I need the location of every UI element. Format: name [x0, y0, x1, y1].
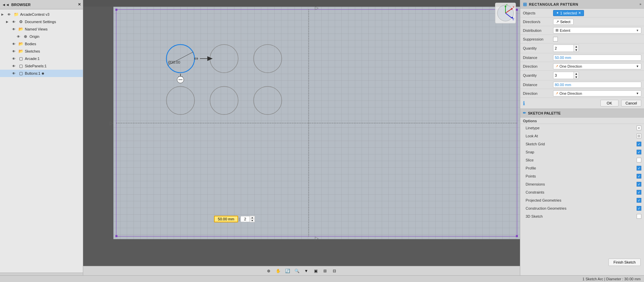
quantity2-down[interactable]: ▼ [574, 75, 579, 79]
objects-control: ✦ 1 selected ✕ [553, 10, 641, 16]
toolbar-zoom-icon[interactable]: 🔍 [293, 267, 301, 275]
folder-icon: 📂 [18, 48, 24, 54]
eye-icon[interactable]: 👁 [11, 70, 17, 76]
quantity2-control: ▲ ▼ [553, 72, 641, 79]
browser-collapse-icon[interactable]: ◄◄ [2, 3, 9, 7]
cancel-button[interactable]: Cancel [621, 100, 641, 107]
ok-button[interactable]: OK [600, 100, 619, 107]
tree-arrow [6, 72, 11, 75]
palette-checkbox-6[interactable]: ✓ [637, 174, 641, 179]
selected-button[interactable]: ✦ 1 selected ✕ [553, 10, 584, 16]
eye-icon[interactable]: 👁 [11, 48, 17, 54]
palette-checkbox-8[interactable]: ✓ [637, 190, 641, 195]
component-icon: ▢ [18, 56, 24, 62]
distance2-input[interactable] [553, 82, 641, 88]
quantity1-up[interactable]: ▲ [574, 45, 579, 48]
suppression-control [553, 37, 641, 42]
directions-label: Direction/s [523, 20, 553, 24]
tree-item-sketches[interactable]: 👁 📂 Sketches [0, 48, 83, 55]
visibility-icon[interactable]: ◉ [42, 72, 44, 75]
folder-icon: 📂 [18, 41, 24, 47]
info-icon[interactable]: ℹ [523, 100, 525, 107]
distribution-dropdown[interactable]: ⊞ Extent ▼ [553, 27, 641, 33]
tree-item-origin[interactable]: 👁 ⊕ Origin [0, 33, 83, 40]
toolbar-grid-icon[interactable]: ⊞ [321, 267, 329, 275]
browser-close-icon[interactable]: ✕ [78, 2, 81, 7]
quantity1-spinners: ▲ ▼ [574, 45, 579, 52]
tree-item-doc-settings[interactable]: ▶ 👁 ⚙ Document Settings [0, 18, 83, 25]
palette-checkbox-2[interactable]: ✓ [637, 142, 641, 146]
suppression-checkbox[interactable] [553, 37, 558, 42]
quantity2-label: Quantity [523, 73, 553, 77]
eye-icon[interactable]: 👁 [11, 63, 17, 69]
quantity1-down[interactable]: ▼ [574, 48, 579, 52]
tree-item-named-views[interactable]: 👁 📂 Named Views [0, 25, 83, 33]
svg-text:Z: Z [513, 17, 515, 21]
toolbar-zoom-arrow-icon[interactable]: ▼ [303, 267, 310, 275]
quantity2-input-wrap: ▲ ▼ [553, 72, 579, 79]
toolbar-more-icon[interactable]: ⊟ [331, 267, 338, 275]
palette-row-constraints: Constraints✓ [520, 188, 644, 196]
select-direction-button[interactable]: ↗ Select [553, 19, 574, 25]
dim-qty-input[interactable] [240, 216, 250, 222]
canvas-bg[interactable]: ▷ ▷ ▷ ▷ [83, 7, 520, 266]
tree-item-arcade1[interactable]: 👁 ▢ Arcade:1 [0, 55, 83, 62]
axis-svg: X Y Z [496, 4, 515, 22]
rect-pattern-expand-icon[interactable]: » [639, 2, 641, 6]
quantity1-input[interactable] [553, 46, 574, 51]
palette-checkbox-3[interactable]: ✓ [637, 150, 641, 154]
dim-distance-input[interactable] [214, 216, 238, 222]
toolbar-orbit-icon[interactable]: 🔄 [284, 267, 291, 275]
quantity2-input[interactable] [553, 73, 574, 78]
palette-checkbox-11[interactable] [637, 214, 641, 219]
browser-title: BROWSER [11, 3, 31, 7]
direction2-dropdown[interactable]: ↗ One Direction ▼ [553, 90, 641, 96]
eye-icon[interactable]: 👁 [15, 33, 21, 40]
eye-icon[interactable]: 👁 [11, 19, 17, 25]
tree-arrow [6, 27, 11, 31]
eye-icon[interactable]: 👁 [11, 56, 17, 62]
suppression-label: Suppression [523, 37, 553, 41]
objects-label: Objects [523, 11, 553, 15]
palette-label-11: 3D Sketch [526, 214, 637, 218]
component-icon: ▢ [18, 70, 24, 76]
palette-checkbox-4[interactable] [637, 158, 641, 162]
palette-row-slice: Slice [520, 156, 644, 164]
distance1-input[interactable] [553, 55, 641, 61]
quantity2-up[interactable]: ▲ [574, 72, 579, 75]
bottom-toolbar: ⊕ ✋ 🔄 🔍 ▼ ▣ ⊞ ⊟ [83, 266, 520, 275]
distance1-control [553, 55, 641, 61]
selected-clear-icon[interactable]: ✕ [578, 11, 581, 15]
sketch-work-area[interactable]: ▷ ▷ ▷ ▷ [113, 7, 520, 239]
sketch-palette-panel: ✏ SKETCH PALETTE Options Linetype≡Look A… [520, 109, 644, 282]
palette-checkbox-0[interactable]: ≡ [637, 126, 641, 130]
direction1-dropdown[interactable]: ↗ One Direction ▼ [553, 63, 641, 69]
palette-checkbox-1[interactable]: ⊡ [637, 134, 641, 138]
tree-item-buttons1[interactable]: 👁 ▢ Buttons:1 ◉ [0, 70, 83, 77]
tree-item-bodies-label: Bodies [25, 42, 36, 46]
palette-checkbox-10[interactable]: ✓ [637, 206, 641, 211]
palette-checkbox-5[interactable]: ✓ [637, 166, 641, 170]
dim-qty-down[interactable]: ▼ [250, 219, 255, 222]
palette-checkbox-7[interactable]: ✓ [637, 182, 641, 187]
tree-item-sidepanels[interactable]: 👁 ▢ SidePanels:1 [0, 62, 83, 70]
toolbar-snap-icon[interactable]: ⊕ [265, 267, 272, 275]
tree-item-root[interactable]: ▶ 👁 📁 ArcadeContest v3 [0, 11, 83, 18]
ok-cancel-row: ℹ OK Cancel [520, 98, 644, 109]
distance2-label: Distance [523, 83, 553, 87]
palette-checkbox-9[interactable]: ✓ [637, 198, 641, 203]
eye-icon[interactable]: 👁 [11, 26, 17, 32]
eye-icon[interactable]: 👁 [6, 11, 12, 17]
toolbar-pan-icon[interactable]: ✋ [274, 267, 282, 275]
palette-label-2: Sketch Grid [526, 142, 637, 146]
dim-qty-up[interactable]: ▲ [250, 216, 255, 219]
sketch-palette-header: ✏ SKETCH PALETTE [520, 109, 644, 118]
tree-item-bodies[interactable]: 👁 📂 Bodies [0, 40, 83, 48]
axis-widget: X Y Z [495, 3, 516, 23]
finish-sketch-button[interactable]: Finish Sketch [608, 259, 641, 266]
tree-arrow [6, 42, 11, 46]
eye-icon[interactable]: 👁 [11, 41, 17, 47]
toolbar-display-icon[interactable]: ▣ [312, 267, 319, 275]
tree-arrow [6, 50, 11, 53]
canvas-area[interactable]: ▷ ▷ ▷ ▷ [83, 0, 520, 275]
